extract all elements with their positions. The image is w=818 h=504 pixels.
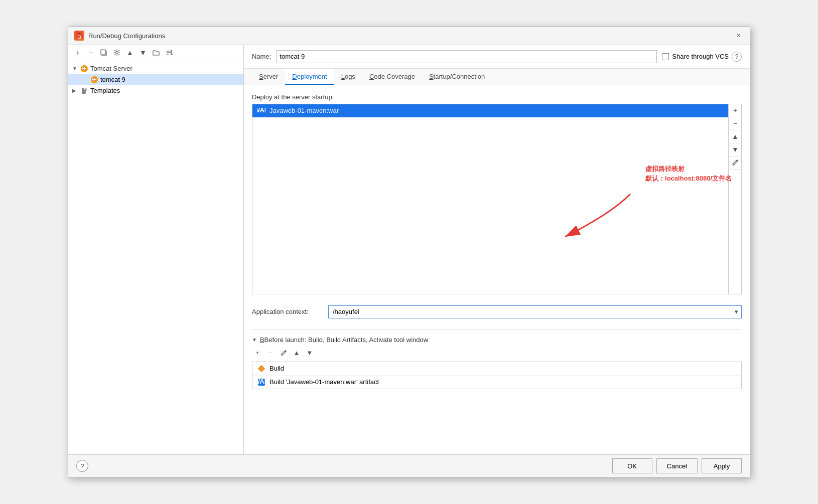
before-launch-title: BBefore launch: Build, Build Artifacts, … — [260, 336, 428, 344]
deploy-section: Deploy at the server startup WAR Jav — [252, 93, 742, 294]
bl-item-build-label: Build — [269, 365, 284, 372]
left-toolbar: + − ▲ ▼ — [68, 45, 243, 61]
app-context-label: Application context: — [252, 308, 322, 315]
deploy-remove-button[interactable]: − — [729, 117, 742, 130]
bl-up-button[interactable]: ▲ — [291, 348, 302, 359]
bottom-bar: ? OK Cancel Apply — [68, 454, 750, 477]
folder-button[interactable] — [151, 47, 162, 58]
ok-button[interactable]: OK — [612, 458, 652, 473]
tomcat-server-group[interactable]: ▼ Tomcat Server — [68, 63, 243, 74]
bl-item-build: Build — [252, 362, 741, 376]
svg-point-13 — [83, 67, 84, 68]
remove-config-button[interactable]: − — [85, 47, 96, 58]
before-launch-header: ▼ BBefore launch: Build, Build Artifacts… — [252, 336, 742, 344]
share-vcs-checkbox[interactable] — [662, 53, 669, 60]
deploy-edit-button[interactable] — [729, 156, 742, 170]
move-up-button[interactable]: ▲ — [124, 47, 135, 58]
main-content: + − ▲ ▼ — [68, 45, 750, 454]
deploy-down-button[interactable]: ▼ — [729, 143, 742, 156]
tomcat-server-icon — [80, 65, 88, 73]
close-button[interactable]: × — [734, 31, 744, 41]
svg-point-12 — [82, 67, 86, 70]
deploy-side-buttons: + − ▲ ▼ — [728, 104, 741, 294]
bl-item-build-artifact: WAR Build 'Javaweb-01-maven:war' artifac… — [252, 376, 741, 389]
tab-server[interactable]: Server — [252, 69, 285, 85]
svg-rect-3 — [78, 36, 80, 38]
svg-point-6 — [116, 52, 118, 54]
bottom-left: ? — [76, 460, 88, 472]
tabs-bar: Server Deployment Logs Code Coverage Sta… — [244, 69, 750, 85]
deploy-section-label: Deploy at the server startup — [252, 93, 742, 101]
svg-text:WAR: WAR — [257, 378, 265, 385]
app-context-row: Application context: ▾ — [252, 300, 742, 323]
templates-icon — [80, 87, 88, 95]
svg-point-14 — [85, 67, 86, 68]
svg-point-17 — [93, 78, 94, 79]
name-label: Name: — [252, 53, 271, 60]
dialog-title: Run/Debug Configurations — [88, 32, 165, 40]
share-vcs-label: Share through VCS — [672, 53, 729, 60]
before-launch-list: Build WAR Build 'Javaweb-01-maven:war' a… — [252, 362, 742, 389]
build-artifact-icon: WAR — [257, 378, 265, 386]
tomcat-9-icon — [90, 76, 98, 84]
svg-rect-5 — [101, 50, 105, 55]
title-bar-left: Run/Debug Configurations — [74, 31, 165, 41]
bl-down-button[interactable]: ▼ — [304, 348, 315, 359]
left-panel: + − ▲ ▼ — [68, 45, 244, 454]
svg-point-19 — [85, 88, 87, 90]
svg-point-18 — [95, 78, 96, 79]
title-bar: Run/Debug Configurations × — [68, 27, 750, 45]
deploy-add-button[interactable]: + — [729, 104, 742, 117]
deploy-item-label: Javaweb-01-maven:war — [269, 107, 339, 114]
name-row: Name: Share through VCS ? — [244, 45, 750, 69]
config-tree: ▼ Tomcat Server — [68, 61, 243, 454]
app-context-dropdown[interactable]: ▾ — [731, 306, 741, 318]
share-vcs-row: Share through VCS ? — [662, 52, 742, 62]
apply-button[interactable]: Apply — [702, 458, 742, 473]
templates-group[interactable]: ▶ Templates — [68, 85, 243, 96]
build-icon — [257, 365, 265, 373]
tab-deployment[interactable]: Deployment — [285, 69, 334, 85]
app-context-input[interactable] — [329, 306, 731, 318]
war-artifact-icon: WAR — [257, 107, 265, 115]
tab-logs[interactable]: Logs — [334, 69, 362, 85]
move-down-button[interactable]: ▼ — [138, 47, 149, 58]
bottom-right: OK Cancel Apply — [612, 458, 742, 473]
copy-config-button[interactable] — [98, 47, 109, 58]
help-question-button[interactable]: ? — [76, 460, 88, 472]
deployment-tab-content: Deploy at the server startup WAR Jav — [244, 85, 750, 454]
settings-button[interactable] — [111, 47, 122, 58]
svg-point-16 — [92, 78, 96, 81]
app-context-wrapper: ▾ — [328, 305, 742, 318]
run-debug-dialog: Run/Debug Configurations × + − — [68, 27, 750, 478]
cancel-button[interactable]: Cancel — [656, 458, 698, 473]
add-config-button[interactable]: + — [72, 47, 83, 58]
right-panel: Name: Share through VCS ? Server Deploym… — [244, 45, 750, 454]
before-launch-toolbar: + − ▲ ▼ — [252, 348, 742, 359]
bl-edit-button[interactable] — [278, 348, 289, 359]
deploy-up-button[interactable]: ▲ — [729, 130, 742, 143]
tomcat-9-item[interactable]: ▶ tomcat 9 — [68, 74, 243, 85]
sort-button[interactable] — [164, 47, 175, 58]
deploy-list-container: WAR Javaweb-01-maven:war + − ▲ ▼ — [252, 104, 742, 294]
svg-text:WAR: WAR — [257, 107, 265, 114]
expand-arrow: ▼ — [72, 66, 78, 71]
before-launch-expand[interactable]: ▼ — [252, 337, 257, 343]
help-button[interactable]: ? — [732, 52, 742, 62]
tab-code-coverage[interactable]: Code Coverage — [362, 69, 422, 85]
bl-add-button[interactable]: + — [252, 348, 263, 359]
deploy-list: WAR Javaweb-01-maven:war — [252, 104, 728, 294]
deploy-item-javaweb[interactable]: WAR Javaweb-01-maven:war — [252, 104, 728, 117]
tab-startup-connection[interactable]: Startup/Connection — [422, 69, 492, 85]
app-icon — [74, 31, 84, 41]
before-launch-section: ▼ BBefore launch: Build, Build Artifacts… — [252, 329, 742, 389]
bl-remove-button: − — [265, 348, 276, 359]
bl-item-build-artifact-label: Build 'Javaweb-01-maven:war' artifact — [269, 378, 379, 386]
svg-marker-1 — [76, 32, 83, 34]
name-input[interactable] — [276, 50, 657, 63]
